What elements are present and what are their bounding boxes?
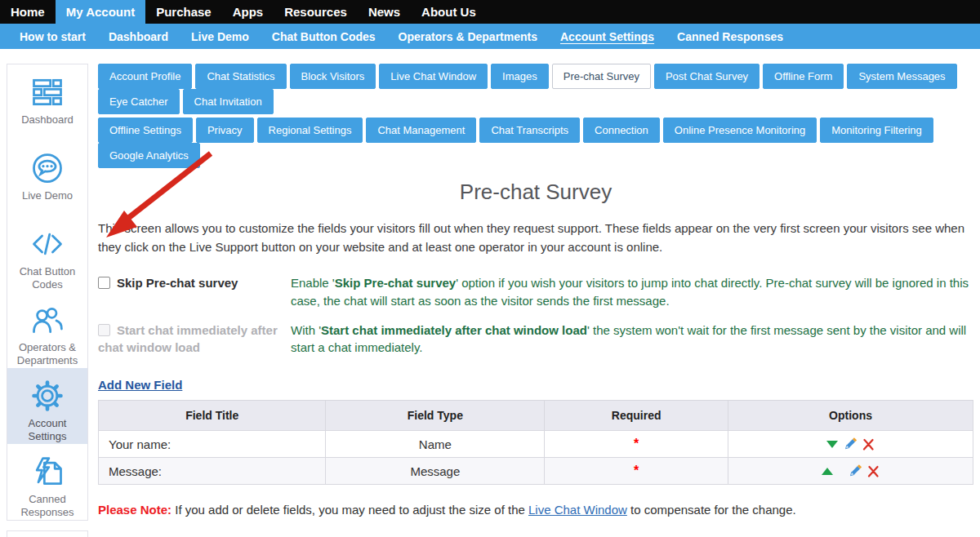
required-cell: * (545, 431, 728, 458)
top-nav: Home My Account Purchase Apps Resources … (0, 0, 980, 24)
survey-fields-table: Field Title Field Type Required Options … (98, 400, 973, 485)
subnav-label: Canned Responses (677, 30, 783, 43)
top-nav-purchase[interactable]: Purchase (145, 0, 222, 24)
people-icon (29, 302, 65, 338)
top-nav-resources[interactable]: Resources (274, 0, 358, 24)
tab-regional-settings[interactable]: Regional Settings (257, 118, 363, 143)
edit-pencil-icon[interactable] (844, 437, 857, 450)
skip-prechat-checkbox[interactable] (98, 277, 110, 289)
page-title: Pre-chat Survey (98, 180, 973, 205)
required-asterisk: * (634, 464, 639, 477)
subnav-label: Live Demo (191, 30, 249, 43)
live-chat-window-link[interactable]: Live Chat Window (528, 503, 627, 517)
move-down-icon[interactable] (826, 441, 838, 448)
desc-text: Enable ' (291, 276, 335, 290)
subnav-label: How to start (20, 30, 86, 43)
field-type-cell: Message (326, 458, 545, 485)
sidebar-item-label: Account Settings (7, 417, 87, 444)
sidebar-item-label: Dashboard (20, 113, 75, 126)
tab-chat-management[interactable]: Chat Management (366, 118, 476, 143)
options-cell (728, 431, 973, 458)
sidebar-box: Dashboard Live Demo (7, 64, 88, 521)
edit-pencil-icon[interactable] (849, 464, 862, 477)
tab-offline-settings[interactable]: Offline Settings (98, 118, 193, 143)
move-up-icon[interactable] (822, 468, 833, 475)
options-cell (728, 458, 973, 485)
tab-monitoring-filtering[interactable]: Monitoring Filtering (820, 118, 933, 143)
top-nav-about-us[interactable]: About Us (411, 0, 487, 24)
subnav-dashboard[interactable]: Dashboard (97, 24, 180, 49)
sidebar: Dashboard Live Demo (7, 64, 88, 537)
desc-text: With ' (291, 323, 321, 337)
delete-x-icon[interactable] (862, 438, 875, 450)
tab-google-analytics[interactable]: Google Analytics (98, 143, 200, 168)
note-text: to compensate for the change. (627, 503, 796, 517)
subnav-account-settings[interactable]: Account Settings (549, 24, 666, 49)
please-note-text: Please Note: If you add or delete fields… (98, 503, 973, 517)
sidebar-item-dashboard[interactable]: Dashboard (7, 64, 87, 140)
gear-icon (29, 378, 65, 414)
start-chat-label: Start chat immediately after chat window… (98, 323, 278, 355)
tab-chat-statistics[interactable]: Chat Statistics (195, 64, 286, 89)
required-asterisk: * (634, 437, 639, 450)
tab-privacy[interactable]: Privacy (196, 118, 254, 143)
skip-prechat-label: Skip Pre-chat survey (117, 276, 238, 290)
sidebar-next-box-partial (7, 530, 88, 537)
subnav-chat-button-codes[interactable]: Chat Button Codes (261, 24, 387, 49)
field-title-cell: Message: (99, 458, 326, 485)
subnav-how-to-start[interactable]: How to start (8, 24, 97, 49)
tab-system-messages[interactable]: System Messages (847, 64, 956, 89)
tab-account-profile[interactable]: Account Profile (98, 64, 192, 89)
tab-live-chat-window[interactable]: Live Chat Window (379, 64, 488, 89)
tab-post-chat-survey[interactable]: Post Chat Survey (654, 64, 760, 89)
subnav-live-demo[interactable]: Live Demo (180, 24, 261, 49)
top-nav-my-account[interactable]: My Account (56, 0, 145, 24)
lightning-page-icon (29, 454, 65, 490)
sidebar-item-label: Canned Responses (7, 493, 87, 520)
subnav-label: Chat Button Codes (272, 30, 376, 43)
tab-pre-chat-survey[interactable]: Pre-chat Survey (552, 64, 651, 89)
subnav-canned-responses[interactable]: Canned Responses (666, 24, 795, 49)
tab-block-visitors[interactable]: Block Visitors (290, 64, 376, 89)
skip-prechat-option: Skip Pre-chat survey (98, 274, 284, 310)
intro-text: This screen allows you to customize the … (98, 220, 973, 256)
column-header-field-title: Field Title (99, 401, 326, 431)
tab-connection[interactable]: Connection (583, 118, 660, 143)
desc-bold: Start chat immediately after chat window… (321, 323, 587, 337)
subnav-operators-departments[interactable]: Operators & Departments (387, 24, 549, 49)
tab-eye-catcher[interactable]: Eye Catcher (98, 89, 180, 114)
skip-prechat-description: Enable 'Skip Pre-chat survey' option if … (291, 274, 973, 310)
sidebar-item-label: Operators & Departments (7, 341, 87, 368)
account-sub-nav: How to start Dashboard Live Demo Chat Bu… (0, 24, 980, 49)
top-nav-news[interactable]: News (358, 0, 411, 24)
sidebar-item-label: Live Demo (20, 189, 74, 202)
subnav-label: Account Settings (560, 30, 654, 43)
sidebar-item-live-demo[interactable]: Live Demo (7, 140, 87, 216)
start-chat-option: Start chat immediately after chat window… (98, 322, 284, 357)
sidebar-item-chat-button-codes[interactable]: Chat Button Codes (7, 216, 87, 292)
tab-offline-form[interactable]: Offline Form (763, 64, 844, 89)
top-nav-home[interactable]: Home (0, 0, 56, 24)
delete-x-icon[interactable] (867, 465, 880, 477)
tab-images[interactable]: Images (491, 64, 549, 89)
field-title-cell: Your name: (99, 431, 326, 458)
tab-chat-invitation[interactable]: Chat Invitation (183, 89, 274, 114)
subnav-label: Operators & Departments (399, 30, 537, 43)
please-note-label: Please Note: (98, 503, 172, 517)
table-row: Your name: Name * (99, 431, 973, 458)
chat-bubble-icon (29, 150, 65, 186)
sidebar-item-canned-responses[interactable]: Canned Responses (7, 444, 87, 520)
table-row: Message: Message * (99, 458, 973, 485)
sidebar-item-operators-departments[interactable]: Operators & Departments (7, 292, 87, 368)
add-new-field-link[interactable]: Add New Field (98, 378, 182, 392)
top-nav-apps[interactable]: Apps (222, 0, 274, 24)
tab-chat-transcripts[interactable]: Chat Transcripts (479, 118, 580, 143)
settings-tabs-row-1: Account Profile Chat Statistics Block Vi… (98, 64, 973, 114)
required-cell: * (545, 458, 728, 485)
sidebar-item-account-settings[interactable]: Account Settings (7, 368, 87, 444)
tab-online-presence-monitoring[interactable]: Online Presence Monitoring (663, 118, 817, 143)
code-icon (29, 226, 65, 262)
desc-bold: Skip Pre-chat survey (335, 276, 456, 290)
table-header-row: Field Title Field Type Required Options (99, 401, 973, 431)
page-body: Dashboard Live Demo (0, 49, 980, 537)
